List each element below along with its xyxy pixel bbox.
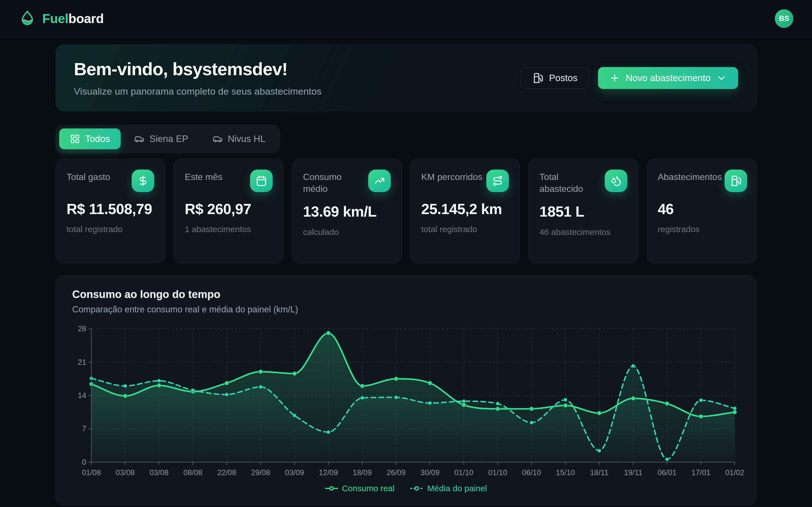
stat-card-total-abastecido: Total abastecido 1851 L 46 abastecimento… bbox=[528, 159, 638, 263]
welcome-banner: Bem-vindo, bsystemsdev! Visualize um pan… bbox=[56, 45, 756, 111]
legend-item-media-painel: Média do painel bbox=[410, 484, 487, 493]
new-refuel-button[interactable]: Novo abastecimento bbox=[598, 67, 738, 89]
line-dot-marker-icon bbox=[325, 486, 338, 491]
car-icon bbox=[134, 134, 144, 144]
legend-label: Média do painel bbox=[427, 484, 487, 493]
svg-text:03/08: 03/08 bbox=[149, 468, 168, 477]
stat-subtext: calculado bbox=[303, 227, 391, 237]
grid-icon bbox=[70, 134, 80, 144]
legend-item-consumo-real: Consumo real bbox=[325, 484, 395, 493]
vehicle-filter-tabs: Todos Siena EP Nivus HL bbox=[56, 125, 280, 153]
droplets-icon bbox=[605, 170, 627, 192]
svg-text:01/02: 01/02 bbox=[725, 468, 744, 477]
svg-text:06/01: 06/01 bbox=[658, 468, 677, 477]
dollar-sign-icon bbox=[132, 170, 154, 192]
stat-card-km-percorridos: KM percorridos 25.145,2 km total registr… bbox=[410, 159, 520, 263]
consumption-line-chart: 0714212801/0803/0803/0808/0822/0829/0803… bbox=[72, 323, 740, 480]
svg-text:0: 0 bbox=[82, 458, 86, 466]
chart-title: Consumo ao longo do tempo bbox=[72, 288, 740, 300]
stat-value: 46 bbox=[658, 201, 746, 218]
svg-text:15/10: 15/10 bbox=[556, 468, 575, 477]
welcome-subtitle: Visualize um panorama completo de seus a… bbox=[74, 86, 321, 97]
svg-text:18/11: 18/11 bbox=[590, 468, 609, 477]
svg-text:17/01: 17/01 bbox=[691, 468, 711, 477]
svg-text:19/11: 19/11 bbox=[624, 468, 643, 477]
stat-subtext: total registrado bbox=[66, 224, 154, 234]
dashed-line-dot-marker-icon bbox=[410, 486, 423, 491]
droplet-icon bbox=[18, 10, 36, 27]
fuel-pump-icon bbox=[725, 170, 747, 192]
stat-subtext: total registrado bbox=[421, 224, 509, 234]
svg-text:01/10: 01/10 bbox=[488, 468, 507, 477]
svg-text:26/09: 26/09 bbox=[387, 468, 406, 477]
user-avatar[interactable]: BS bbox=[775, 9, 794, 28]
svg-text:12/09: 12/09 bbox=[319, 468, 338, 477]
calendar-icon bbox=[250, 170, 273, 192]
svg-text:03/09: 03/09 bbox=[285, 468, 304, 477]
stat-value: R$ 11.508,79 bbox=[66, 201, 154, 218]
welcome-title: Bem-vindo, bsystemsdev! bbox=[74, 59, 321, 79]
svg-text:06/10: 06/10 bbox=[522, 468, 541, 477]
svg-text:30/09: 30/09 bbox=[420, 468, 440, 477]
legend-label: Consumo real bbox=[342, 484, 395, 493]
app-header: Fuelboard BS bbox=[0, 0, 812, 37]
main-content: Bem-vindo, bsystemsdev! Visualize um pan… bbox=[56, 45, 756, 505]
postos-button-label: Postos bbox=[549, 73, 577, 83]
stat-card-consumo-medio: Consumo médio 13.69 km/L calculado bbox=[292, 159, 402, 263]
car-icon bbox=[213, 134, 223, 144]
stats-row: Total gasto R$ 11.508,79 total registrad… bbox=[56, 159, 756, 263]
route-icon bbox=[486, 170, 509, 192]
svg-text:03/08: 03/08 bbox=[116, 468, 135, 477]
svg-text:7: 7 bbox=[82, 425, 86, 433]
trending-up-icon bbox=[368, 170, 391, 192]
svg-text:08/08: 08/08 bbox=[184, 468, 203, 477]
svg-text:29/08: 29/08 bbox=[251, 468, 270, 477]
stat-value: 25.145,2 km bbox=[421, 201, 509, 218]
stat-title: Consumo médio bbox=[303, 170, 365, 194]
chart-legend: Consumo real Média do painel bbox=[72, 484, 740, 493]
stat-title: Total abastecido bbox=[539, 170, 602, 194]
consumption-chart-card: Consumo ao longo do tempo Comparação ent… bbox=[56, 275, 756, 505]
chart-subtitle: Comparação entre consumo real e média do… bbox=[72, 304, 740, 315]
svg-text:22/08: 22/08 bbox=[217, 468, 237, 477]
brand-name: Fuelboard bbox=[42, 11, 104, 26]
stat-card-abastecimentos: Abastecimentos 46 registrados bbox=[647, 159, 756, 263]
svg-text:18/09: 18/09 bbox=[353, 468, 372, 477]
plus-icon bbox=[609, 73, 620, 83]
stat-card-este-mes: Este mês R$ 260,97 1 abastecimentos bbox=[174, 159, 283, 263]
stat-subtext: 46 abastecimentos bbox=[539, 227, 627, 237]
svg-text:01/08: 01/08 bbox=[82, 468, 101, 477]
tab-label: Todos bbox=[85, 133, 110, 144]
stat-card-total-gasto: Total gasto R$ 11.508,79 total registrad… bbox=[56, 159, 165, 263]
stat-title: KM percorridos bbox=[421, 170, 483, 183]
svg-text:14: 14 bbox=[78, 391, 86, 400]
tab-label: Siena EP bbox=[149, 133, 188, 144]
chevron-down-icon bbox=[716, 73, 727, 83]
tab-label: Nivus HL bbox=[228, 133, 266, 144]
tab-nivus-hl[interactable]: Nivus HL bbox=[202, 128, 276, 149]
svg-text:28: 28 bbox=[78, 325, 86, 333]
stat-subtext: registrados bbox=[658, 224, 746, 234]
new-refuel-button-label: Novo abastecimento bbox=[626, 73, 711, 83]
banner-actions: Postos Novo abastecimento bbox=[520, 67, 738, 89]
stat-value: 13.69 km/L bbox=[303, 203, 391, 220]
tab-todos[interactable]: Todos bbox=[59, 128, 121, 149]
fuel-pump-icon bbox=[532, 73, 543, 83]
tab-siena-ep[interactable]: Siena EP bbox=[123, 128, 199, 149]
stat-title: Abastecimentos bbox=[658, 170, 722, 183]
stat-title: Total gasto bbox=[66, 170, 110, 183]
stat-subtext: 1 abastecimentos bbox=[185, 224, 272, 234]
stat-title: Este mês bbox=[185, 170, 222, 183]
postos-button[interactable]: Postos bbox=[520, 67, 590, 89]
stat-value: 1851 L bbox=[539, 203, 627, 220]
chart-plot-area: 0714212801/0803/0803/0808/0822/0829/0803… bbox=[72, 323, 740, 480]
svg-text:21: 21 bbox=[78, 358, 86, 367]
app-logo[interactable]: Fuelboard bbox=[18, 10, 104, 27]
stat-value: R$ 260,97 bbox=[185, 201, 272, 218]
svg-text:01/10: 01/10 bbox=[454, 468, 473, 477]
